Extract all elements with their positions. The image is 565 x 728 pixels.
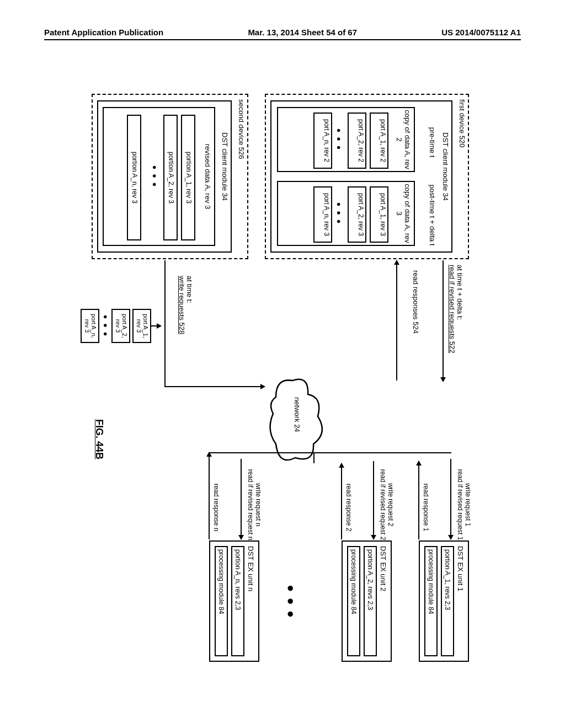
hdr-right: US 2014/0075112 A1 (441, 28, 521, 37)
un-module: processing module 84 (215, 546, 228, 656)
stub-h (313, 452, 315, 463)
post-pn: port A_n, rev 3 (313, 186, 332, 243)
u1-module: processing module 84 (424, 546, 438, 656)
dots-icon: ● ● ● (335, 182, 343, 245)
copy-post-title: copy of data A, rev 3 (395, 182, 414, 245)
lbl-w2: write request 2read if revised request 2 (379, 463, 394, 546)
rev3-title: revised data A, rev 3 (204, 108, 214, 245)
dots-icon: ● ● ● (284, 585, 298, 619)
portbox-arrow (151, 325, 161, 326)
dots-icon: ● ● ● (102, 309, 109, 343)
pre-time-label: pre-time t (428, 109, 436, 175)
hdr-mid: Mar. 13, 2014 Sheet 54 of 67 (248, 28, 357, 37)
copy-pre-title: copy of data A, rev 2 (395, 108, 414, 171)
post-p1: port A_1, rev 3 (370, 186, 388, 243)
read-if-requests-label: read if revised requests 522 (448, 265, 456, 353)
arrow-read-if (443, 260, 444, 382)
pbox-1: port A_1, rev 3 (132, 309, 151, 343)
page-header: Patent Application Publication Mar. 13, … (44, 28, 521, 40)
un-title: DST EX unit n (247, 546, 255, 656)
lbl-read-resp: read responses 524 (412, 270, 419, 353)
lbl-rr1: read response 1 (422, 474, 429, 540)
copy-post: copy of data A, rev 3 port A_1, rev 3 po… (277, 181, 415, 246)
arrow-from-u1 (418, 461, 419, 539)
arrow-to-u2 (373, 461, 374, 539)
post-time-label: post-time t + delta t (428, 182, 436, 248)
rev3-r1: portion A_1, rev 3 (181, 115, 195, 240)
pre-p1: port A_1, rev 2 (370, 113, 388, 169)
arrow-from-un (209, 452, 210, 539)
pbox-n: port A_n, rev 3 (81, 309, 99, 343)
lbl-rr2: read response 2 (344, 474, 352, 540)
u1-portion: portion A_1, revs 2,3 (441, 546, 454, 656)
hdr-left: Patent Application Publication (44, 28, 163, 37)
line-wr-h (164, 260, 166, 387)
post-p2: port A_2, rev 3 (348, 186, 366, 243)
network-label: network 24 (293, 397, 301, 432)
arrow-to-u1 (450, 459, 451, 539)
stub-v2 (209, 452, 315, 453)
revised-data: revised data A, rev 3 portion A_1, rev 3… (103, 107, 215, 246)
dst-ex-unit-2: DST EX unit 2 portion A_2, revs 2,3 proc… (342, 540, 392, 662)
u1-title: DST EX unit 1 (456, 546, 465, 656)
dots-icon: ● ● ● (335, 108, 343, 171)
stub-v1 (315, 452, 451, 453)
arrow-read-resp (396, 260, 397, 381)
lbl-rrn: read response n (212, 474, 220, 540)
line-wr-v (164, 386, 265, 387)
dst-ex-unit-1: DST EX unit 1 portion A_1, revs 2,3 proc… (419, 540, 469, 662)
lbl-wn: write request nread if revised request n (246, 463, 262, 546)
pre-p2: port A_2, rev 2 (348, 113, 366, 169)
dots-icon: ● ● ● (151, 108, 159, 245)
rev3-rn: portion A_n, rev 3 (127, 115, 141, 240)
copy-pre: copy of data A, rev 2 port A_1, rev 2 po… (277, 107, 415, 172)
lbl-write-req: at time t: write requests 528 (177, 276, 193, 364)
u2-module: processing module 84 (347, 546, 360, 656)
arrow-to-un (241, 459, 242, 539)
figure-canvas: first device 520 DST client module 34 pr… (66, 88, 491, 673)
dst1-title: DST client module 34 (441, 132, 449, 201)
dst-ex-unit-n: DST EX unit n portion A_n, revs 2,3 proc… (209, 540, 259, 662)
u2-title: DST EX unit 2 (379, 546, 387, 656)
figure-wrapper: first device 520 DST client module 34 pr… (0, 168, 565, 593)
lbl-at-delta: at time t + delta t: read if revised req… (447, 265, 463, 386)
dst2-title: DST client module 34 (221, 132, 228, 201)
second-device-title: second device 526 (237, 99, 245, 159)
lbl-w1: write request 1read if revised request 1 (456, 463, 471, 546)
un-portion: portion A_n, revs 2,3 (231, 546, 244, 656)
u2-portion: portion A_2, revs 2,3 (364, 546, 377, 656)
figure-label: FIG. 44B (93, 419, 105, 459)
arrow-from-u2 (341, 463, 342, 539)
rev3-r2: portion A_2, rev 3 (163, 115, 178, 240)
first-device-title: first device 520 (458, 99, 466, 147)
pbox-2: port A_2, rev 3 (111, 309, 130, 343)
pre-pn: port A_n, rev 2 (313, 113, 332, 169)
